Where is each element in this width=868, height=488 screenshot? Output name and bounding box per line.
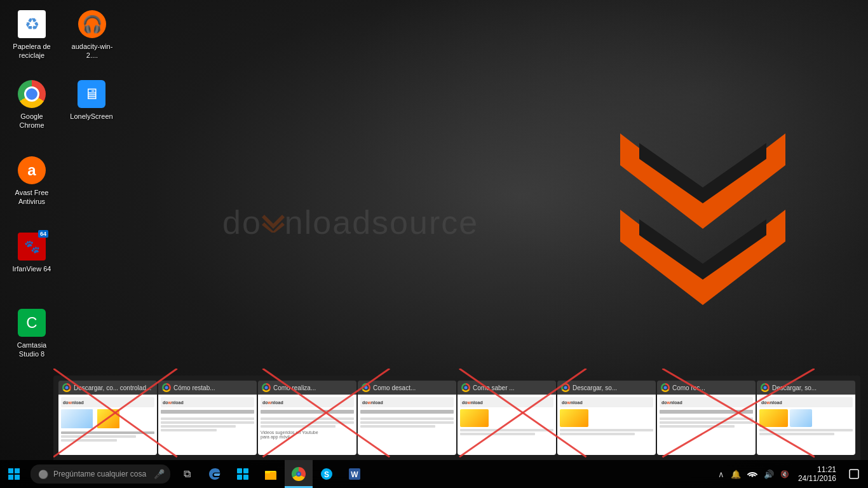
tab-favicon-6 (561, 383, 570, 392)
desktop-icon-lonelyscreen[interactable]: 🖥 LonelyScreen (66, 76, 117, 133)
svg-rect-28 (850, 470, 858, 478)
chrome-label: Google Chrome (9, 112, 55, 130)
tab-preview-2[interactable]: Cómo restab... download (158, 381, 257, 455)
avast-icon: a (18, 156, 46, 184)
svg-rect-18 (237, 468, 242, 473)
desktop-icon-avast[interactable]: a Avast Free Antivirus (6, 152, 57, 209)
chrome-icon (18, 80, 46, 108)
tab-title-4: Como desact... (373, 384, 452, 391)
tray-volume[interactable]: 🔊 (761, 460, 776, 488)
desktop-icon-irfanview[interactable]: 🐾 64 IrfanView 64 (6, 229, 57, 276)
svg-text:W: W (351, 470, 358, 479)
clock-time: 11:21 (817, 465, 836, 474)
tab-preview-7[interactable]: Como rec... download (657, 381, 756, 455)
brand-chevron-logo (620, 133, 785, 337)
tab-preview-1[interactable]: Descargar, co... controlad... download (58, 381, 157, 455)
desktop-icon-recycle-bin[interactable]: ♻ Papelera de reciclaje (6, 6, 57, 63)
skype-icon: S (320, 467, 334, 481)
taskbar-edge-button[interactable] (201, 460, 229, 488)
lonelyscreen-label: LonelyScreen (70, 112, 112, 121)
system-tray: ∧ 🔔 🔊 🔇 11:21 24/11/2016 (715, 460, 868, 488)
tray-network[interactable]: 🔔 (728, 460, 743, 488)
svg-text:S: S (324, 470, 329, 479)
tab-favicon-8 (761, 383, 770, 392)
wifi-icon (747, 470, 757, 478)
desktop-icon-audacity[interactable]: audacity-win-2.... (67, 6, 118, 63)
tab-title-6: Descargar, so... (573, 384, 652, 391)
search-icon: ⚪ (38, 470, 48, 479)
start-button[interactable] (0, 460, 28, 488)
svg-rect-15 (15, 468, 20, 473)
svg-rect-20 (237, 475, 242, 480)
audacity-icon (78, 10, 106, 38)
tab-title-3: Como realiza... (273, 384, 353, 391)
svg-rect-17 (15, 475, 20, 480)
cortana-search-box[interactable]: ⚪ 🎤 (31, 464, 170, 484)
windows-icon (8, 468, 20, 480)
tab-favicon-3 (262, 383, 271, 392)
avast-label: Avast Free Antivirus (9, 188, 55, 207)
task-view-button[interactable]: ⧉ (173, 460, 201, 488)
audacity-label: audacity-win-2.... (69, 42, 115, 60)
svg-rect-23 (265, 471, 270, 473)
taskbar-clock[interactable]: 11:21 24/11/2016 (793, 460, 841, 488)
tab-preview-6[interactable]: Descargar, so... download (557, 381, 656, 455)
chrome-tab-previews: Descargar, co... controlad... download (53, 376, 860, 460)
desktop-icon-camtasia[interactable]: C Camtasia Studio 8 (6, 305, 57, 362)
camtasia-icon: C (18, 309, 46, 337)
taskbar-word-button[interactable]: W (341, 460, 369, 488)
tab-favicon-2 (162, 383, 171, 392)
search-input[interactable] (53, 470, 149, 478)
tab-favicon-7 (661, 383, 670, 392)
svg-rect-19 (243, 468, 248, 473)
tab-title-5: Como saber ... (473, 384, 552, 391)
tab-favicon-1 (62, 383, 71, 392)
taskbar: ⚪ 🎤 ⧉ (0, 460, 868, 488)
downloadsource-logo: do nloadsource (222, 203, 478, 241)
svg-rect-14 (8, 468, 13, 473)
edge-icon (208, 467, 222, 481)
task-view-icon: ⧉ (184, 468, 191, 480)
tray-chevron[interactable]: ∧ (715, 460, 727, 488)
irfanview-icon: 🐾 64 (18, 233, 46, 261)
tab-title-7: Como rec... (672, 384, 752, 391)
tab-preview-3[interactable]: Como realiza... download Videos sugerido… (258, 381, 356, 455)
svg-rect-16 (8, 475, 13, 480)
taskbar-store-button[interactable] (229, 460, 257, 488)
file-explorer-icon (264, 467, 278, 481)
taskbar-chrome-button[interactable] (285, 460, 313, 488)
camtasia-label: Camtasia Studio 8 (9, 341, 55, 359)
notification-icon (849, 469, 859, 479)
recycle-bin-label: Papelera de reciclaje (9, 42, 55, 60)
tab-title-8: Descargar, so... (772, 384, 851, 391)
chrome-taskbar-icon (292, 467, 306, 481)
irfanview-label: IrfanView 64 (13, 264, 51, 273)
word-icon: W (348, 467, 362, 481)
desktop-icon-chrome[interactable]: Google Chrome (6, 76, 57, 133)
desktop: do nloadsource ♻ Papelera de reci (0, 0, 868, 488)
microphone-icon[interactable]: 🎤 (154, 469, 165, 479)
tab-title-2: Cómo restab... (173, 384, 253, 391)
notification-center-button[interactable] (843, 460, 865, 488)
taskbar-skype-button[interactable]: S (313, 460, 341, 488)
tab-preview-4[interactable]: Como desact... download (358, 381, 456, 455)
tab-preview-8[interactable]: Descargar, so... download (757, 381, 855, 455)
recycle-bin-icon: ♻ (18, 10, 46, 38)
tab-preview-5[interactable]: Como saber ... download (458, 381, 556, 455)
taskbar-explorer-button[interactable] (257, 460, 285, 488)
tab-title-1: Descargar, co... controlad... (74, 384, 153, 391)
tray-speaker-x[interactable]: 🔇 (778, 460, 792, 488)
logo-text: do nloadsource (222, 203, 478, 241)
lonelyscreen-icon: 🖥 (78, 80, 105, 108)
tab-favicon-5 (461, 383, 470, 392)
svg-rect-21 (243, 475, 248, 480)
store-icon (236, 467, 250, 481)
tab-favicon-4 (362, 383, 370, 392)
clock-date: 24/11/2016 (798, 474, 836, 483)
tray-wifi[interactable] (745, 460, 760, 488)
